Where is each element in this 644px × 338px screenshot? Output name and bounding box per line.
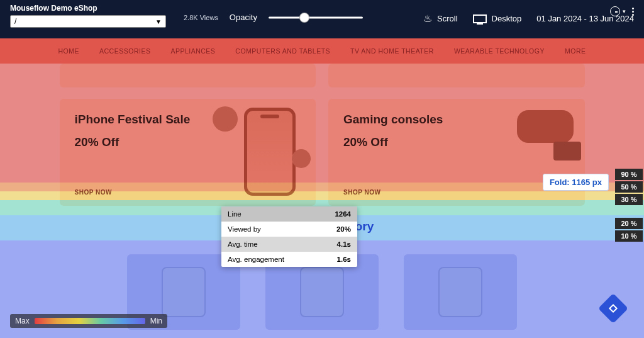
nav-item[interactable]: TV AND HOME THEATER	[340, 38, 444, 64]
legend-gradient	[35, 318, 145, 324]
recent-icon[interactable]	[610, 6, 620, 16]
legend-max: Max	[15, 317, 30, 325]
app-topbar: Mouseflow Demo eShop / ▼ 2.8K Views Opac…	[0, 0, 644, 38]
tooltip-value: 4.1s	[337, 240, 351, 248]
nav-item[interactable]: ACCESSORIES	[89, 38, 160, 64]
scroll-tooltip: Line1264 Viewed by20% Avg. time4.1s Avg.…	[221, 206, 357, 267]
device-filter-button[interactable]: Desktop	[473, 14, 522, 23]
percent-marker[interactable]: 30 %	[615, 194, 643, 205]
tooltip-value: 20%	[336, 225, 351, 233]
nav-item[interactable]: WEARABLE TECHNOLOGY	[444, 38, 555, 64]
percent-marker[interactable]: 20 %	[615, 218, 643, 229]
phone-illustration	[244, 108, 296, 196]
slider-thumb[interactable]	[300, 13, 309, 22]
url-selector[interactable]: / ▼	[10, 15, 166, 28]
help-icon	[609, 304, 618, 313]
promo-card	[328, 64, 585, 87]
chevron-down-icon: ▼	[155, 18, 162, 25]
tooltip-label: Avg. time	[228, 240, 258, 248]
category-card[interactable]	[404, 254, 517, 330]
percent-marker[interactable]: 50 %	[615, 181, 643, 193]
fold-indicator[interactable]: Fold: 1165 px	[543, 174, 609, 191]
heatmap-mode-button[interactable]: ♨ Scroll	[423, 13, 458, 25]
tooltip-label: Viewed by	[228, 225, 261, 233]
site-primary-nav: HOME ACCESSORIES APPLIANCES COMPUTERS AN…	[0, 38, 644, 64]
promo-card-iphone[interactable]: iPhone Festival Sale 20% Off SHOP NOW	[60, 99, 316, 206]
nav-item[interactable]: APPLIANCES	[160, 38, 225, 64]
desktop-icon	[473, 14, 487, 23]
opacity-label: Opacity	[230, 13, 257, 22]
page-title: Mouseflow Demo eShop	[10, 4, 166, 13]
heatmap-legend: Max Min	[10, 314, 167, 328]
more-menu-icon[interactable]	[632, 8, 634, 16]
percent-marker[interactable]: 10 %	[615, 230, 643, 242]
tooltip-label: Line	[228, 210, 242, 218]
chevron-down-icon[interactable]: ▾	[623, 8, 626, 14]
device-filter-label: Desktop	[492, 14, 522, 23]
vr-illustration	[517, 110, 574, 143]
flame-icon: ♨	[423, 13, 432, 25]
views-count: 2.8K Views	[184, 14, 218, 21]
promo-card	[60, 64, 316, 87]
url-selector-value: /	[14, 17, 16, 26]
tooltip-label: Avg. engagement	[228, 256, 284, 263]
tooltip-value: 1.6s	[337, 256, 351, 263]
legend-min: Min	[150, 317, 162, 325]
percent-marker[interactable]: 90 %	[615, 169, 643, 180]
nav-item[interactable]: HOME	[48, 38, 90, 64]
heatmap-mode-label: Scroll	[437, 14, 458, 23]
tooltip-value: 1264	[335, 210, 351, 218]
shop-now-link[interactable]: SHOP NOW	[75, 189, 112, 196]
shop-now-link[interactable]: SHOP NOW	[343, 189, 380, 196]
nav-item[interactable]: MORE	[555, 38, 596, 64]
nav-item[interactable]: COMPUTERS AND TABLETS	[225, 38, 340, 64]
